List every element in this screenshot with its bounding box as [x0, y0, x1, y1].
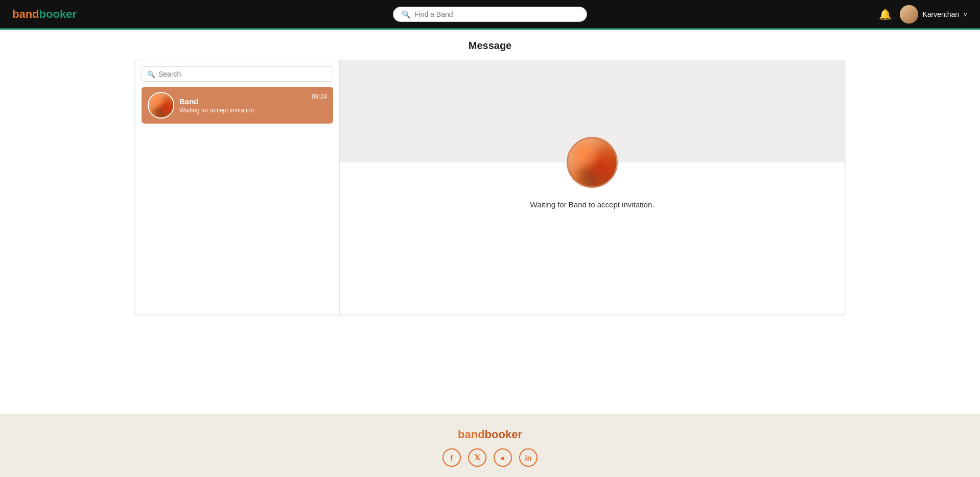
- logo[interactable]: bandbooker: [12, 8, 77, 21]
- header-search-box: 🔍: [393, 7, 587, 22]
- header: bandbooker 🔍 🔔 Karventhan ∨: [0, 0, 980, 30]
- page-title: Message: [469, 40, 512, 52]
- conversation-time: 09:24: [312, 93, 327, 100]
- header-search-wrapper: 🔍: [393, 7, 587, 22]
- footer-logo-band: band: [458, 428, 485, 441]
- message-container: 🔍 Band Waiting for accept invitation. 09…: [135, 60, 845, 315]
- conversation-search-input[interactable]: [158, 70, 328, 78]
- conversation-avatar-art: [149, 93, 173, 117]
- search-box-icon: 🔍: [147, 70, 155, 78]
- facebook-icon[interactable]: f: [442, 448, 461, 467]
- user-name-label: Karventhan: [922, 10, 959, 18]
- avatar: [900, 5, 918, 23]
- chevron-down-icon: ∨: [963, 11, 968, 18]
- band-avatar-large-art: [568, 138, 616, 186]
- linkedin-icon[interactable]: in: [519, 448, 538, 467]
- footer-logo: bandbooker: [458, 428, 522, 441]
- conversation-avatar: [148, 92, 174, 118]
- notification-bell-icon[interactable]: 🔔: [879, 8, 892, 20]
- conversation-status: Waiting for accept invitation.: [179, 107, 307, 114]
- logo-band: band: [12, 8, 39, 21]
- logo-booker: booker: [39, 8, 77, 21]
- footer-socials: f 𝕏 ● in: [442, 448, 538, 467]
- right-content: Waiting for Band to accept invitation.: [340, 162, 845, 209]
- header-search-icon: 🔍: [402, 10, 410, 18]
- footer: bandbooker f 𝕏 ● in: [0, 414, 980, 477]
- instagram-icon[interactable]: ●: [494, 448, 512, 467]
- right-panel: Waiting for Band to accept invitation.: [340, 60, 845, 315]
- footer-logo-booker: booker: [485, 428, 522, 441]
- avatar-image: [900, 5, 918, 23]
- user-menu[interactable]: Karventhan ∨: [900, 5, 968, 23]
- header-right: 🔔 Karventhan ∨: [879, 5, 968, 23]
- header-search-input[interactable]: [414, 10, 578, 18]
- waiting-status-text: Waiting for Band to accept invitation.: [530, 200, 655, 209]
- conversation-item[interactable]: Band Waiting for accept invitation. 09:2…: [142, 87, 333, 124]
- conversation-info: Band Waiting for accept invitation.: [179, 97, 307, 114]
- conversation-search-box: 🔍: [142, 66, 333, 82]
- main-content: Message 🔍 Band Waiting for accept invita…: [0, 30, 980, 414]
- band-avatar-large: [567, 137, 618, 188]
- left-panel: 🔍 Band Waiting for accept invitation. 09…: [135, 60, 340, 315]
- twitter-icon[interactable]: 𝕏: [468, 448, 486, 467]
- conversation-name: Band: [179, 97, 307, 106]
